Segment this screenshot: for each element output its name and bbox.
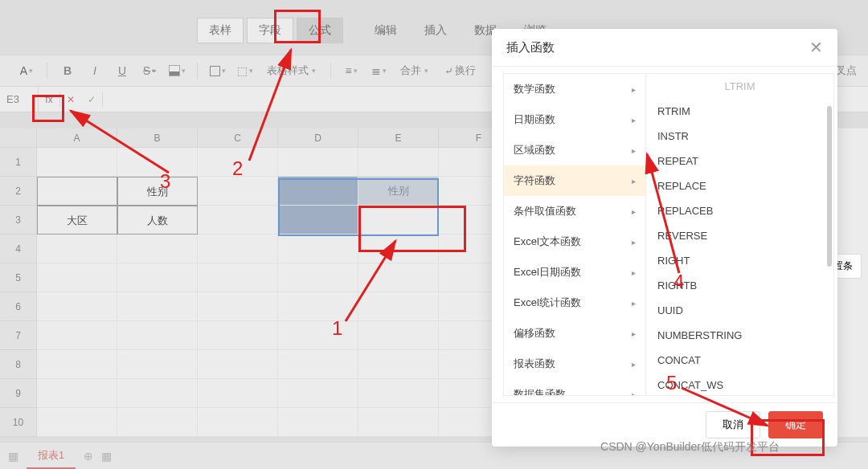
function-item[interactable]: RIGHTB xyxy=(646,273,833,298)
function-item[interactable]: CONCAT_WS xyxy=(646,373,833,396)
category-item[interactable]: 数据集函数▸ xyxy=(504,379,645,396)
function-list[interactable]: LTRIM RTRIMINSTRREPEATREPLACEREPLACEBREV… xyxy=(646,73,834,396)
category-item[interactable]: Excel文本函数▸ xyxy=(504,226,645,257)
function-item[interactable]: INSTR xyxy=(646,124,833,149)
category-item[interactable]: 报表函数▸ xyxy=(504,349,645,379)
dialog-title: 插入函数 xyxy=(506,40,555,55)
function-item[interactable]: CONCAT xyxy=(646,348,833,373)
category-item[interactable]: 日期函数▸ xyxy=(504,104,645,135)
function-item[interactable]: REPEAT xyxy=(646,149,833,173)
insert-function-dialog: 插入函数 ✕ 数学函数▸日期函数▸区域函数▸字符函数▸条件取值函数▸Excel文… xyxy=(492,29,837,447)
category-item[interactable]: Excel统计函数▸ xyxy=(504,288,645,318)
watermark: CSDN @YonBuilder低代码开发平台 xyxy=(600,440,780,455)
function-item[interactable]: REVERSE xyxy=(646,223,833,248)
function-item[interactable]: RIGHT xyxy=(646,248,833,273)
function-item[interactable]: UUID xyxy=(646,298,833,323)
function-item[interactable]: NUMBERSTRING xyxy=(646,323,833,348)
category-list[interactable]: 数学函数▸日期函数▸区域函数▸字符函数▸条件取值函数▸Excel文本函数▸Exc… xyxy=(503,73,646,396)
function-item[interactable]: LTRIM xyxy=(646,74,833,99)
function-item[interactable]: RTRIM xyxy=(646,99,833,124)
confirm-button[interactable]: 确定 xyxy=(768,411,823,438)
dialog-close-icon[interactable]: ✕ xyxy=(809,38,823,57)
category-item[interactable]: 偏移函数▸ xyxy=(504,318,645,349)
category-item[interactable]: 字符函数▸ xyxy=(504,165,645,196)
category-item[interactable]: 区域函数▸ xyxy=(504,135,645,165)
category-item[interactable]: 数学函数▸ xyxy=(504,74,645,104)
category-item[interactable]: Excel日期函数▸ xyxy=(504,257,645,288)
function-item[interactable]: REPLACE xyxy=(646,173,833,198)
cancel-button[interactable]: 取消 xyxy=(706,411,760,438)
category-item[interactable]: 条件取值函数▸ xyxy=(504,196,645,226)
function-item[interactable]: REPLACEB xyxy=(646,198,833,223)
scrollbar[interactable] xyxy=(827,106,832,267)
